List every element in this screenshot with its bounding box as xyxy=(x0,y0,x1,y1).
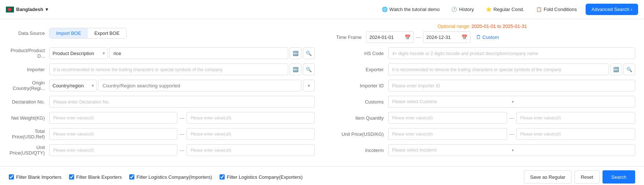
total-price-dash: — xyxy=(179,131,185,137)
import-boe-tab[interactable]: Import BOE xyxy=(50,28,88,38)
action-buttons: Save as Regular Reset Search xyxy=(524,170,635,184)
origin-country-wrapper: Country/region ▾ ▾ xyxy=(49,80,315,91)
filter-logistics-exporters-label[interactable]: Filter Logistics Company(Exporters) xyxy=(220,174,303,180)
filter-logistics-importers-checkbox[interactable] xyxy=(129,174,134,179)
chevron-right-icon: › xyxy=(631,7,632,12)
product-type-select[interactable]: Product Description HS Code xyxy=(49,47,108,59)
search-button[interactable]: Search xyxy=(603,170,635,184)
filter-logistics-exporters-checkbox[interactable] xyxy=(220,174,225,179)
star-icon: ⭐ xyxy=(486,7,492,12)
filter-blank-importers-checkbox[interactable] xyxy=(9,174,14,179)
exporter-similar-icon: 🔍 xyxy=(626,67,632,72)
filter-blank-exporters-label[interactable]: Filter Blank Exporters xyxy=(69,174,122,180)
country-type-wrapper: Country/region ▾ xyxy=(49,80,97,91)
country-selector[interactable]: Bangladesh ▾ xyxy=(6,7,48,12)
total-price-min-input[interactable] xyxy=(49,128,177,140)
custom-label: Custom xyxy=(482,35,499,40)
country-dropdown-arrow[interactable]: ▾ xyxy=(303,80,315,91)
regular-cond-button[interactable]: ⭐ Regular Cond. xyxy=(483,5,527,14)
product-translate-btn[interactable]: 🔤 xyxy=(290,47,301,59)
importer-input[interactable] xyxy=(49,64,288,75)
fold-conditions-button[interactable]: 📋 Fold Conditions xyxy=(533,5,580,14)
declaration-no-label: Declaration No. xyxy=(9,99,49,105)
item-quantity-max-input[interactable] xyxy=(516,112,635,124)
date-to-picker[interactable]: 📅 xyxy=(423,31,471,43)
date-from-picker[interactable]: 📅 xyxy=(366,31,414,43)
filter-blank-exporters-checkbox[interactable] xyxy=(69,174,74,179)
filter-logistics-exporters-text: Filter Logistics Company(Exporters) xyxy=(227,174,303,180)
customs-select[interactable]: Please select Customs ▾ xyxy=(388,96,635,108)
hs-code-field-row: HS Code 4+ digits hscode or 2 digits hsc… xyxy=(329,47,635,59)
net-weight-max-input[interactable] xyxy=(187,112,315,124)
product-similar-search-btn[interactable]: 🔍 xyxy=(303,47,315,59)
exporter-similar-btn[interactable]: 🔍 xyxy=(623,64,635,75)
date-range-dash: — xyxy=(416,35,421,40)
customs-field-row: Customs Please select Customs ▾ xyxy=(329,96,635,108)
hs-code-input[interactable] xyxy=(388,47,635,59)
hs-code-label: HS Code xyxy=(329,51,388,56)
history-label: History xyxy=(459,7,474,12)
item-quantity-min-input[interactable] xyxy=(388,112,507,124)
reset-button[interactable]: Reset xyxy=(575,170,600,184)
country-dropdown-icon: ▾ xyxy=(46,7,48,12)
customs-label: Customs xyxy=(329,99,388,105)
regular-cond-label: Regular Cond. xyxy=(493,7,524,12)
product-type-wrapper: Product Description HS Code ▾ xyxy=(49,47,108,59)
unit-price-qty-field-row: Unit Price(USD/QTY) — xyxy=(9,144,315,156)
history-icon: 🕐 xyxy=(451,7,457,12)
unit-price-qty-min-input[interactable] xyxy=(49,144,177,156)
country-search-input[interactable] xyxy=(98,80,301,91)
svg-point-1 xyxy=(8,8,11,11)
country-name: Bangladesh xyxy=(16,7,43,12)
importer-similar-btn[interactable]: 🔍 xyxy=(303,64,315,75)
history-button[interactable]: 🕐 History xyxy=(448,5,477,14)
tutorial-label: Watch the tutorial demo xyxy=(390,7,440,12)
importer-translate-icon: 🔤 xyxy=(293,67,299,72)
date-to-input[interactable] xyxy=(426,35,459,40)
exporter-input[interactable] xyxy=(388,64,609,75)
country-type-select[interactable]: Country/region xyxy=(49,80,97,91)
custom-icon: 🗒 xyxy=(476,34,481,40)
filter-logistics-importers-text: Filter Logistics Company(Importers) xyxy=(137,174,212,180)
origin-country-field-row: Origin Country(Regi... Country/region ▾ … xyxy=(9,80,315,91)
filter-blank-exporters-text: Filter Blank Exporters xyxy=(76,174,122,180)
customs-placeholder: Please select Customs xyxy=(392,99,512,104)
unit-price-kg-max-input[interactable] xyxy=(516,128,635,140)
importer-similar-icon: 🔍 xyxy=(306,67,312,72)
unit-price-kg-dash: — xyxy=(509,131,515,137)
net-weight-label: Net Weight(KG) xyxy=(9,115,49,121)
export-boe-tab[interactable]: Export BOE xyxy=(88,28,126,38)
filter-logistics-importers-label[interactable]: Filter Logistics Company(Importers) xyxy=(129,174,212,180)
main-content: Data Source Import BOE Export BOE Option… xyxy=(0,19,644,165)
incoterm-field-row: Incoterm Please select Incoterm ▾ xyxy=(329,144,635,156)
net-weight-min-input[interactable] xyxy=(49,112,177,124)
incoterm-select[interactable]: Please select Incoterm ▾ xyxy=(388,144,635,156)
custom-link[interactable]: 🗒 Custom xyxy=(476,34,499,40)
date-from-input[interactable] xyxy=(369,35,402,40)
advanced-search-button[interactable]: Advanced Search › xyxy=(586,4,638,15)
save-as-regular-button[interactable]: Save as Regular xyxy=(524,170,572,184)
item-quantity-dash: — xyxy=(509,115,515,121)
time-frame-label: Time Frame xyxy=(329,35,366,40)
importer-translate-btn[interactable]: 🔤 xyxy=(290,64,301,75)
item-quantity-label: Item Quantity xyxy=(329,115,388,121)
unit-price-kg-min-input[interactable] xyxy=(388,128,507,140)
net-weight-range: — xyxy=(49,112,315,124)
exporter-translate-btn[interactable]: 🔤 xyxy=(610,64,622,75)
unit-price-qty-max-input[interactable] xyxy=(187,144,315,156)
declaration-no-input[interactable] xyxy=(49,96,315,108)
exporter-label: Exporter xyxy=(329,67,388,72)
exporter-field-row: Exporter 🔤 🔍 xyxy=(329,64,635,75)
incoterm-placeholder: Please select Incoterm xyxy=(392,148,512,153)
unit-price-qty-dash: — xyxy=(179,148,185,153)
total-price-range: — xyxy=(49,128,315,140)
filter-blank-importers-text: Filter Blank Importers xyxy=(16,174,62,180)
product-input[interactable] xyxy=(109,47,288,59)
total-price-max-input[interactable] xyxy=(187,128,315,140)
net-weight-dash: — xyxy=(179,115,185,121)
optional-range-from: 2020-01-01 xyxy=(471,23,496,29)
similar-search-icon: 🔍 xyxy=(306,51,312,56)
importer-id-input[interactable] xyxy=(388,80,635,91)
filter-blank-importers-label[interactable]: Filter Blank Importers xyxy=(9,174,62,180)
tutorial-link[interactable]: 🌐 Watch the tutorial demo xyxy=(379,5,443,14)
